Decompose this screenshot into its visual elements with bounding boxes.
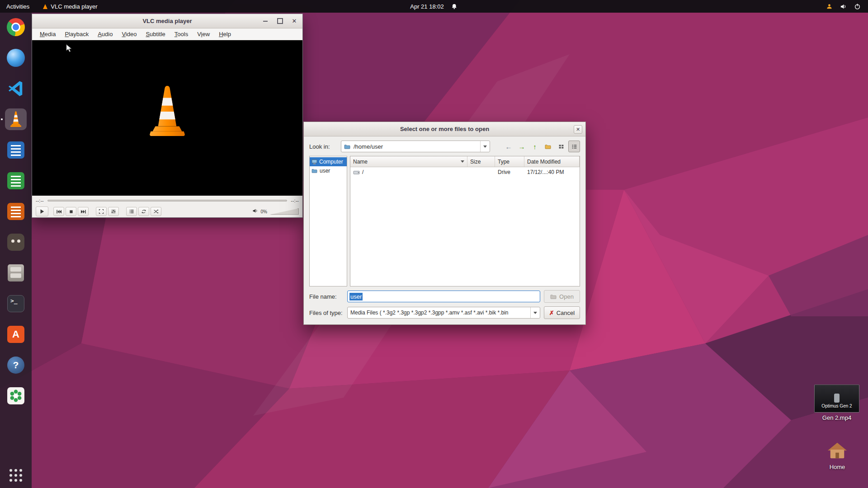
sort-indicator-icon	[461, 160, 464, 163]
dialog-titlebar[interactable]: Select one or more files to open	[304, 122, 585, 136]
file-name-cell: /	[362, 169, 363, 175]
seek-slider[interactable]	[47, 200, 288, 202]
vlc-cone-logo	[144, 84, 190, 139]
web-browser-icon	[7, 49, 25, 67]
notification-bell-icon	[451, 3, 458, 10]
cancel-button[interactable]: ✗ Cancel	[544, 306, 580, 319]
file-name-input[interactable]: user	[347, 291, 540, 302]
shuffle-button[interactable]	[151, 207, 161, 216]
forward-button[interactable]: →	[516, 141, 528, 152]
menu-subtitle[interactable]: Subtitle	[142, 29, 169, 39]
menu-view[interactable]: View	[193, 29, 214, 39]
sidebar-item-computer[interactable]: Computer	[310, 157, 347, 166]
dock-item-vlc[interactable]	[5, 108, 27, 130]
system-status-area[interactable]	[826, 3, 868, 10]
next-button[interactable]	[78, 207, 89, 216]
home-label: Home	[824, 464, 851, 470]
parent-directory-button[interactable]: ↑	[529, 141, 541, 152]
dock-item-vscode[interactable]	[5, 78, 27, 99]
libreoffice-impress-icon	[7, 203, 24, 220]
robot-figure	[834, 394, 840, 403]
menu-help[interactable]: Help	[215, 29, 235, 39]
file-open-dialog: Select one or more files to open Look in…	[303, 122, 586, 325]
file-manager-icon	[8, 264, 24, 282]
file-modified-cell: 17/12/...:40 PM	[524, 169, 580, 175]
look-in-combobox[interactable]: /home/user	[341, 141, 490, 152]
dock-item-ubuntu-software[interactable]	[5, 324, 27, 345]
sidebar-item-user[interactable]: user	[310, 166, 347, 175]
file-row[interactable]: / Drive 17/12/...:40 PM	[350, 167, 580, 177]
dialog-close-icon[interactable]	[574, 125, 582, 134]
file-list: Name Size Type Date Modified / Drive 17/…	[350, 156, 580, 286]
activities-button[interactable]: Activities	[6, 3, 29, 10]
files-of-type-value: Media Files ( *.3g2 *.3gp *.3gp2 *.3gpp …	[350, 310, 509, 316]
dock-item-terminal[interactable]	[5, 293, 27, 314]
vlc-controls: 0%	[32, 206, 302, 217]
previous-button[interactable]	[53, 207, 64, 216]
fullscreen-button[interactable]	[96, 207, 107, 216]
time-elapsed: --:--	[36, 198, 44, 203]
extended-settings-button[interactable]	[108, 207, 119, 216]
menu-video[interactable]: Video	[118, 29, 141, 39]
show-applications-button[interactable]	[9, 469, 22, 482]
extensions-icon	[7, 387, 24, 404]
menu-tools[interactable]: Tools	[170, 29, 192, 39]
vscode-icon	[7, 80, 24, 97]
stop-button[interactable]	[66, 207, 76, 216]
folder-icon	[311, 168, 318, 174]
column-name-label: Name	[353, 159, 368, 165]
vlc-cone-icon	[43, 4, 47, 9]
back-button[interactable]: ←	[503, 141, 514, 152]
dock-item-libreoffice-writer[interactable]	[5, 139, 27, 161]
column-header-size[interactable]: Size	[467, 156, 495, 167]
detail-view-button[interactable]	[568, 141, 580, 152]
sidebar-item-label: user	[320, 168, 330, 174]
look-in-label: Look in:	[309, 143, 337, 150]
file-label: Gen 2.mp4	[813, 414, 860, 421]
speaker-icon[interactable]	[252, 207, 258, 216]
open-button-label: Open	[559, 293, 574, 300]
loop-button[interactable]	[138, 207, 149, 216]
playlist-button[interactable]	[126, 207, 137, 216]
libreoffice-calc-icon	[7, 172, 24, 189]
desktop-home-folder[interactable]: Home	[824, 441, 851, 470]
menu-audio[interactable]: Audio	[94, 29, 117, 39]
menu-media[interactable]: Media	[36, 29, 60, 39]
files-of-type-label: Files of type:	[309, 310, 344, 316]
dock-item-extensions[interactable]	[5, 385, 27, 407]
clock-label: Apr 21 18:02	[410, 3, 443, 10]
video-area[interactable]	[32, 40, 302, 196]
file-type-cell: Drive	[495, 169, 524, 175]
dock-item-chrome[interactable]	[5, 16, 27, 38]
new-folder-button[interactable]	[542, 141, 554, 152]
volume-slider[interactable]	[270, 208, 299, 215]
menu-playback[interactable]: Playback	[61, 29, 93, 39]
time-remaining: --:--	[291, 198, 299, 203]
power-icon	[854, 3, 861, 10]
minimize-icon[interactable]	[261, 17, 270, 26]
desktop-file-gen2-mp4[interactable]: Optimus Gen 2 Gen 2.mp4	[813, 385, 860, 421]
column-header-type[interactable]: Type	[495, 156, 524, 167]
vlc-titlebar[interactable]: VLC media player	[32, 14, 302, 28]
dock-item-web-browser[interactable]	[5, 47, 27, 69]
dock-item-gimp[interactable]	[5, 231, 27, 253]
maximize-icon[interactable]	[275, 17, 284, 26]
dock-item-help[interactable]	[5, 354, 27, 376]
close-icon[interactable]	[290, 17, 299, 26]
list-view-button[interactable]	[555, 141, 567, 152]
chevron-down-icon	[480, 141, 487, 152]
open-button[interactable]: Open	[544, 290, 580, 303]
dock-item-files[interactable]	[5, 262, 27, 284]
play-button[interactable]	[36, 206, 48, 216]
files-of-type-combobox[interactable]: Media Files ( *.3g2 *.3gp *.3gp2 *.3gpp …	[347, 307, 540, 319]
dock-item-libreoffice-impress[interactable]	[5, 201, 27, 222]
column-header-name[interactable]: Name	[350, 156, 467, 167]
clock-menu[interactable]: Apr 21 18:02	[410, 0, 458, 13]
help-icon	[7, 357, 24, 374]
focused-app-menu[interactable]: VLC media player	[43, 3, 97, 10]
dock-item-libreoffice-calc[interactable]	[5, 170, 27, 192]
file-name-value: user	[349, 293, 363, 300]
user-session-icon	[826, 3, 833, 10]
column-header-modified[interactable]: Date Modified	[524, 156, 580, 167]
list-view-icon	[558, 144, 564, 150]
